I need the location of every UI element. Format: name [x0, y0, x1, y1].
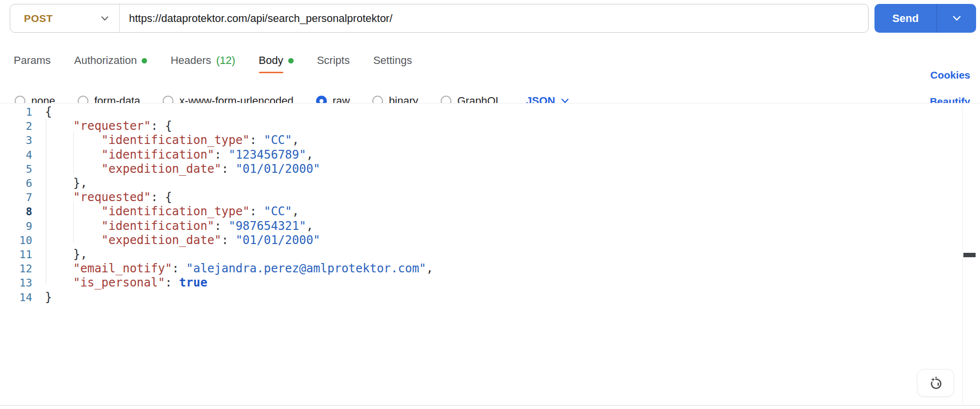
- cookies-link[interactable]: Cookies: [930, 69, 970, 81]
- line-number: 12: [0, 262, 32, 276]
- code-content: "identification": "987654321",: [45, 219, 313, 233]
- code-content: "expedition_date": "01/01/2000": [45, 162, 320, 176]
- line-number: 5: [0, 163, 32, 176]
- code-line[interactable]: 5 "expedition_date": "01/01/2000": [0, 162, 951, 176]
- code-token: "CC": [264, 133, 292, 147]
- postbot-icon: [927, 374, 944, 392]
- tab-settings[interactable]: Settings: [373, 54, 412, 67]
- method-dropdown[interactable]: POST: [10, 4, 119, 32]
- code-token: ,: [292, 204, 299, 218]
- code-token: [45, 162, 102, 176]
- tab-label: Headers: [170, 54, 211, 67]
- code-token: :: [214, 219, 229, 233]
- code-token: "01/01/2000": [235, 162, 320, 176]
- request-tabs: ParamsAuthorizationHeaders(12)BodyScript…: [14, 48, 412, 73]
- tab-label: Params: [14, 54, 51, 67]
- code-token: },: [45, 176, 87, 190]
- code-token: "123456789": [229, 148, 306, 162]
- headers-count-badge: (12): [216, 54, 235, 67]
- line-number: 14: [0, 291, 32, 305]
- code-line[interactable]: 11 },: [0, 247, 951, 262]
- code-token: :: [214, 148, 229, 162]
- code-line[interactable]: 9 "identification": "987654321",: [0, 219, 951, 233]
- code-line[interactable]: 7 "requested": {: [0, 190, 951, 204]
- code-content: "identification_type": "CC",: [45, 133, 299, 147]
- chevron-down-icon: [953, 16, 961, 21]
- code-content: {: [45, 105, 52, 119]
- postbot-button[interactable]: [917, 369, 954, 397]
- code-token: ,: [292, 133, 299, 147]
- tab-params[interactable]: Params: [14, 54, 51, 67]
- code-token: [45, 276, 73, 289]
- code-content: "identification": "123456789",: [45, 148, 313, 162]
- code-token: true: [179, 276, 208, 289]
- code-line[interactable]: 8 "identification_type": "CC",: [0, 204, 951, 219]
- line-number: 8: [0, 205, 32, 219]
- code-token: "email_notify": [73, 262, 172, 275]
- code-token: [45, 190, 73, 204]
- line-number: 2: [0, 120, 32, 133]
- tab-authorization[interactable]: Authorization: [74, 54, 147, 67]
- code-token: "is_personal": [73, 276, 165, 289]
- code-token: :: [250, 133, 264, 147]
- line-number: 9: [0, 220, 32, 233]
- code-token: :: [165, 276, 179, 289]
- code-content: "identification_type": "CC",: [45, 204, 299, 218]
- code-content: },: [45, 176, 87, 190]
- line-number: 13: [0, 276, 32, 290]
- code-token: [45, 262, 73, 275]
- code-token: "identification": [102, 148, 214, 162]
- code-line[interactable]: 4 "identification": "123456789",: [0, 148, 951, 162]
- line-number: 1: [0, 105, 32, 119]
- send-button[interactable]: Send: [874, 4, 937, 33]
- code-token: "identification_type": [102, 204, 250, 218]
- code-content: "requested": {: [45, 190, 172, 204]
- tab-label: Settings: [373, 54, 412, 67]
- code-line[interactable]: 12 "email_notify": "alejandra.perez@amlp…: [0, 262, 951, 276]
- tab-label: Scripts: [317, 54, 350, 67]
- code-token: ,: [426, 262, 433, 275]
- code-line[interactable]: 6 },: [0, 176, 951, 190]
- code-token: },: [45, 247, 87, 261]
- send-button-group: Send: [874, 4, 976, 33]
- code-token: "identification": [102, 219, 214, 233]
- send-options-button[interactable]: [937, 4, 976, 33]
- tab-scripts[interactable]: Scripts: [317, 54, 350, 67]
- code-token: ,: [306, 148, 313, 162]
- code-token: "987654321": [229, 219, 306, 233]
- line-number: 10: [0, 234, 32, 247]
- code-line[interactable]: 10 "expedition_date": "01/01/2000": [0, 233, 951, 247]
- code-token: "CC": [264, 204, 292, 218]
- editor-lines: 1{2 "requester": {3 "identification_type…: [0, 105, 951, 305]
- code-line[interactable]: 14}: [0, 290, 951, 305]
- tab-label: Authorization: [74, 54, 137, 67]
- code-token: : {: [151, 119, 172, 133]
- code-token: [45, 119, 73, 133]
- code-line[interactable]: 1{: [0, 105, 951, 119]
- scrollbar-thumb[interactable]: [963, 253, 976, 257]
- code-line[interactable]: 3 "identification_type": "CC",: [0, 133, 951, 147]
- code-content: }: [45, 290, 52, 304]
- request-url-bar: POST: [10, 4, 869, 33]
- code-token: "expedition_date": [102, 233, 222, 247]
- green-dot-indicator: [288, 58, 294, 63]
- code-token: }: [45, 290, 52, 304]
- code-token: [45, 219, 102, 233]
- code-line[interactable]: 13 "is_personal": true: [0, 276, 951, 290]
- code-line[interactable]: 2 "requester": {: [0, 119, 951, 133]
- code-editor[interactable]: 1{2 "requester": {3 "identification_type…: [0, 103, 980, 406]
- tab-headers[interactable]: Headers(12): [170, 54, 235, 67]
- code-content: "requester": {: [45, 119, 172, 133]
- code-token: "identification_type": [102, 133, 250, 147]
- method-label: POST: [24, 13, 53, 24]
- code-token: :: [250, 204, 264, 218]
- tab-body[interactable]: Body: [259, 54, 294, 67]
- url-input[interactable]: [120, 4, 868, 32]
- code-token: [45, 148, 102, 162]
- code-token: "expedition_date": [102, 162, 222, 176]
- code-token: "01/01/2000": [235, 233, 320, 247]
- code-token: {: [45, 105, 52, 119]
- code-token: : {: [151, 190, 172, 204]
- line-number: 11: [0, 248, 32, 262]
- line-number: 6: [0, 177, 32, 190]
